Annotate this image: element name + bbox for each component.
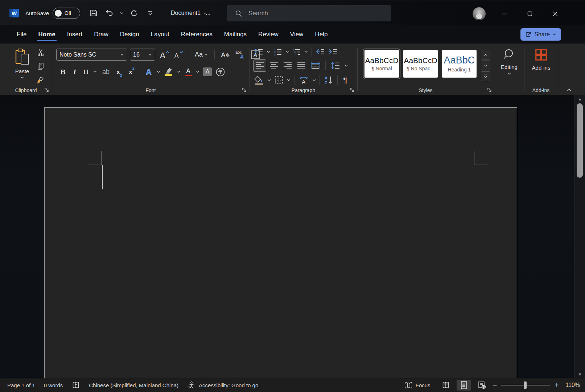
text-effects-chevron-icon[interactable] (155, 70, 162, 73)
cut-button[interactable] (34, 46, 47, 58)
tab-help[interactable]: Help (309, 25, 333, 44)
autosave-toggle[interactable]: Off (53, 8, 80, 19)
word-count[interactable]: 0 words (40, 378, 67, 392)
tab-mailings[interactable]: Mailings (218, 25, 252, 44)
tab-file[interactable]: File (11, 25, 32, 44)
clear-formatting-button[interactable]: A (219, 49, 231, 61)
paste-button[interactable]: Paste (10, 46, 34, 86)
multilevel-chevron-icon[interactable] (303, 50, 309, 53)
avatar[interactable] (473, 7, 486, 20)
italic-button[interactable]: I (69, 66, 80, 78)
numbering-chevron-icon[interactable] (284, 50, 291, 53)
tab-review[interactable]: Review (252, 25, 284, 44)
undo-button[interactable] (104, 8, 115, 18)
borders-chevron-icon[interactable] (285, 79, 292, 82)
zoom-level[interactable]: 110% (563, 382, 580, 388)
justify-button[interactable] (295, 60, 308, 71)
multilevel-list-button[interactable]: 1ai (291, 46, 302, 57)
borders-button[interactable] (273, 74, 285, 86)
shrink-font-button[interactable]: A (173, 49, 184, 61)
paste-chevron-icon[interactable] (20, 76, 24, 79)
decrease-indent-button[interactable] (314, 46, 326, 57)
font-color-button[interactable]: A (183, 66, 194, 78)
numbering-button[interactable]: 123 (272, 46, 284, 57)
addins-button[interactable]: Add-ins (530, 48, 553, 71)
proofing-status[interactable] (67, 378, 85, 392)
zoom-slider-thumb[interactable] (524, 381, 527, 389)
grow-font-button[interactable]: A (158, 49, 170, 61)
collapse-ribbon-button[interactable] (566, 87, 572, 92)
document-page[interactable] (44, 107, 517, 379)
zoom-in-button[interactable]: + (555, 381, 559, 389)
enclose-character-circle-button[interactable] (214, 66, 226, 78)
styles-scroll-down-button[interactable] (481, 61, 490, 70)
language-indicator[interactable]: Chinese (Simplified, Mainland China) (85, 378, 183, 392)
styles-scroll-up-button[interactable] (481, 50, 490, 59)
tab-insert[interactable]: Insert (61, 25, 88, 44)
align-center-button[interactable] (268, 60, 280, 71)
asian-layout-chevron-icon[interactable] (311, 79, 317, 82)
change-case-button[interactable]: Aa (193, 49, 210, 61)
editing-button[interactable]: Editing (498, 48, 520, 75)
vertical-scrollbar[interactable]: ▲ ▼ (574, 95, 585, 378)
phonetic-guide-button[interactable]: abcA (234, 49, 247, 61)
shading-chevron-icon[interactable] (266, 79, 272, 82)
print-layout-button[interactable] (457, 380, 471, 391)
scroll-up-icon[interactable]: ▲ (575, 97, 585, 101)
character-shading-button[interactable]: A (202, 66, 213, 78)
tab-view[interactable]: View (284, 25, 309, 44)
share-button[interactable]: Share (520, 28, 561, 41)
show-formatting-marks-button[interactable]: ¶ (340, 74, 351, 86)
font-size-combo[interactable]: 16 (130, 49, 155, 61)
save-button[interactable] (88, 8, 99, 18)
paragraph-dialog-launcher[interactable] (349, 87, 355, 93)
line-spacing-chevron-icon[interactable] (343, 64, 349, 67)
style-card-heading1[interactable]: AaBbC Heading 1 (442, 50, 477, 78)
styles-dialog-launcher[interactable] (486, 87, 493, 93)
undo-chevron-icon[interactable] (120, 12, 124, 15)
redo-button[interactable] (129, 8, 140, 18)
tab-references[interactable]: References (175, 25, 218, 44)
document-title[interactable]: Document1 -... (171, 10, 210, 16)
underline-button[interactable]: U (81, 66, 91, 78)
align-right-button[interactable] (281, 60, 294, 71)
strikethrough-button[interactable]: ab (99, 66, 113, 78)
tab-design[interactable]: Design (114, 25, 145, 44)
tab-draw[interactable]: Draw (88, 25, 114, 44)
read-mode-button[interactable] (438, 380, 453, 391)
zoom-slider[interactable] (501, 385, 550, 385)
style-card-normal[interactable]: AaBbCcD ¶ Normal (364, 50, 399, 78)
font-color-chevron-icon[interactable] (194, 70, 201, 73)
tab-layout[interactable]: Layout (145, 25, 175, 44)
superscript-button[interactable]: x2 (126, 66, 137, 78)
focus-mode-button[interactable]: Focus (400, 378, 435, 392)
scroll-down-icon[interactable]: ▼ (575, 372, 585, 376)
subscript-button[interactable]: x2 (114, 66, 125, 78)
asian-layout-button[interactable]: A (297, 74, 310, 86)
line-spacing-button[interactable] (329, 60, 342, 71)
format-painter-button[interactable] (34, 74, 47, 86)
sort-button[interactable]: AZ (322, 74, 335, 86)
maximize-button[interactable] (522, 8, 538, 20)
highlight-button[interactable] (162, 66, 175, 78)
close-button[interactable] (547, 8, 564, 20)
copy-button[interactable] (34, 60, 47, 72)
page-indicator[interactable]: Page 1 of 1 (0, 378, 40, 392)
align-left-button[interactable] (253, 59, 266, 72)
minimize-button[interactable] (496, 8, 513, 20)
text-effects-button[interactable]: A (143, 66, 155, 78)
search-input[interactable] (248, 9, 365, 17)
increase-indent-button[interactable] (327, 46, 339, 57)
shading-button[interactable] (253, 74, 265, 86)
bold-button[interactable]: B (58, 66, 69, 78)
highlight-chevron-icon[interactable] (176, 70, 182, 73)
search-box[interactable] (227, 5, 391, 21)
zoom-out-button[interactable]: − (493, 381, 497, 389)
styles-gallery-expand-button[interactable] (481, 71, 490, 81)
style-card-no-spacing[interactable]: AaBbCcD ¶ No Spac... (403, 50, 438, 78)
clipboard-dialog-launcher[interactable] (44, 87, 50, 93)
distribute-text-button[interactable] (309, 60, 322, 71)
font-dialog-launcher[interactable] (241, 87, 247, 93)
font-family-combo[interactable]: Noto Sans SC (56, 49, 127, 61)
web-layout-button[interactable] (475, 380, 489, 391)
